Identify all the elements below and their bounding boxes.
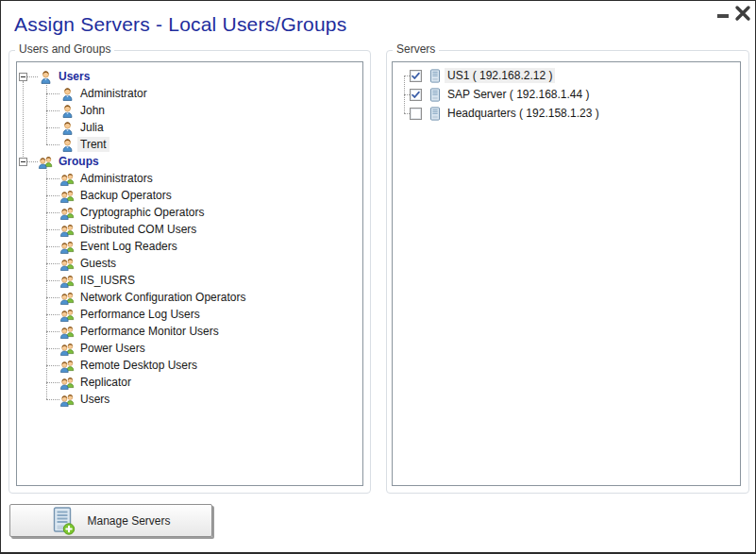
group-icon [59, 291, 76, 305]
tree-expand-toggle[interactable] [19, 73, 27, 81]
tree-item-label[interactable]: Groups [59, 155, 99, 168]
tree-item-label[interactable]: Remote Desktop Users [80, 359, 197, 372]
tree-item-label[interactable]: Trent [77, 137, 109, 152]
group-icon [59, 223, 76, 237]
group-icon [59, 342, 76, 356]
tree-item-label[interactable]: Network Configuration Operators [80, 291, 245, 304]
tree-root-groups[interactable]: Groups [17, 153, 362, 170]
tree-item-replicator[interactable]: Replicator [17, 374, 362, 391]
tree-line [46, 314, 59, 315]
close-button[interactable] [734, 5, 751, 22]
tree-item-label[interactable]: Replicator [80, 376, 131, 389]
tree-item-iis-iusrs[interactable]: IIS_IUSRS [17, 272, 362, 289]
users-groups-groupbox: Users and Groups Users Administrator Joh… [8, 50, 371, 494]
tree-line [46, 229, 59, 230]
group-icon [59, 325, 76, 339]
tree-line [46, 93, 59, 94]
server-icon [429, 69, 441, 83]
servers-groupbox-label: Servers [393, 42, 439, 56]
tree-line [46, 110, 59, 111]
tree-item-label[interactable]: Guests [80, 257, 116, 270]
tree-line [27, 76, 38, 77]
tree-item-label[interactable]: Distributed COM Users [80, 223, 196, 236]
tree-item-label[interactable]: IIS_IUSRS [80, 274, 135, 287]
tree-line [46, 170, 47, 399]
tree-item-label[interactable]: John [80, 104, 105, 117]
tree-item-event-log-readers[interactable]: Event Log Readers [17, 238, 362, 255]
tree-item-label[interactable]: Administrator [80, 87, 147, 100]
tree-item-network-configuration-operators[interactable]: Network Configuration Operators [17, 289, 362, 306]
servers-list[interactable]: US1 ( 192.168.2.12 ) SAP Server ( 192.16… [392, 61, 741, 486]
tree-line [46, 297, 59, 298]
server-label[interactable]: US1 ( 192.168.2.12 ) [445, 68, 555, 83]
tree-line [46, 331, 59, 332]
group-icon [59, 240, 76, 254]
tree-item-distributed-com-users[interactable]: Distributed COM Users [17, 221, 362, 238]
user-icon [59, 104, 76, 118]
tree-item-julia[interactable]: Julia [17, 119, 362, 136]
tree-item-label[interactable]: Event Log Readers [80, 240, 177, 253]
server-add-icon [51, 507, 76, 535]
tree-line [46, 280, 59, 281]
group-icon [59, 359, 76, 373]
tree-expand-toggle[interactable] [19, 158, 27, 166]
servers-groupbox: Servers US1 ( 192.168.2.12 ) SAP Server … [386, 50, 749, 494]
manage-servers-label: Manage Servers [87, 514, 170, 528]
tree-item-label[interactable]: Cryptographic Operators [80, 206, 204, 219]
minimize-icon [717, 14, 729, 18]
manage-servers-button[interactable]: Manage Servers [9, 504, 212, 537]
tree-item-label[interactable]: Administrators [80, 172, 153, 185]
server-icon [429, 88, 441, 102]
user-icon [59, 121, 76, 135]
tree-line [404, 76, 405, 113]
tree-item-trent[interactable]: Trent [17, 136, 362, 153]
group-icon [59, 206, 76, 220]
tree-item-remote-desktop-users[interactable]: Remote Desktop Users [17, 357, 362, 374]
tree-item-label[interactable]: Power Users [80, 342, 145, 355]
user-icon [38, 70, 54, 84]
minimize-button[interactable] [715, 10, 731, 20]
tree-line [46, 212, 59, 213]
tree-item-label[interactable]: Performance Log Users [80, 308, 200, 321]
tree-item-guests[interactable]: Guests [17, 255, 362, 272]
tree-item-label[interactable]: Users [59, 70, 90, 83]
tree-item-john[interactable]: John [17, 102, 362, 119]
tree-item-label[interactable]: Backup Operators [80, 189, 172, 202]
tree-root-users[interactable]: Users [17, 68, 362, 85]
group-icon [59, 189, 76, 203]
tree-item-power-users[interactable]: Power Users [17, 340, 362, 357]
user-icon [59, 87, 76, 101]
tree-item-label[interactable]: Julia [80, 121, 104, 134]
group-icon [59, 274, 76, 288]
tree-item-label[interactable]: Performance Monitor Users [80, 325, 219, 338]
tree-item-administrator[interactable]: Administrator [17, 85, 362, 102]
group-icon [59, 257, 76, 271]
server-row-headquarters[interactable]: Headquarters ( 192.158.1.23 ) [393, 104, 740, 123]
close-icon [734, 8, 751, 25]
server-checkbox[interactable] [410, 70, 422, 82]
tree-line [23, 81, 24, 157]
tree-item-performance-log-users[interactable]: Performance Log Users [17, 306, 362, 323]
tree-line [46, 195, 59, 196]
server-checkbox[interactable] [410, 108, 422, 120]
tree-item-performance-monitor-users[interactable]: Performance Monitor Users [17, 323, 362, 340]
server-label[interactable]: SAP Server ( 192.168.1.44 ) [447, 88, 590, 101]
tree-item-cryptographic-operators[interactable]: Cryptographic Operators [17, 204, 362, 221]
group-icon [38, 155, 54, 169]
server-icon [429, 107, 441, 121]
tree-line [46, 365, 59, 366]
users-groups-tree[interactable]: Users Administrator John Julia Trent Gro… [16, 61, 363, 486]
tree-line [46, 127, 59, 128]
tree-item-label[interactable]: Users [80, 393, 109, 406]
server-row-sap-server[interactable]: SAP Server ( 192.168.1.44 ) [393, 85, 740, 104]
server-label[interactable]: Headquarters ( 192.158.1.23 ) [447, 107, 599, 120]
tree-item-users[interactable]: Users [17, 391, 362, 408]
assign-servers-dialog: Assign Servers - Local Users/Groups User… [0, 0, 756, 554]
server-checkbox[interactable] [410, 89, 422, 101]
page-title: Assign Servers - Local Users/Groups [14, 13, 346, 36]
tree-item-administrators[interactable]: Administrators [17, 170, 362, 187]
tree-item-backup-operators[interactable]: Backup Operators [17, 187, 362, 204]
tree-line [46, 178, 59, 179]
group-icon [59, 308, 76, 322]
server-row-us1[interactable]: US1 ( 192.168.2.12 ) [393, 66, 740, 85]
